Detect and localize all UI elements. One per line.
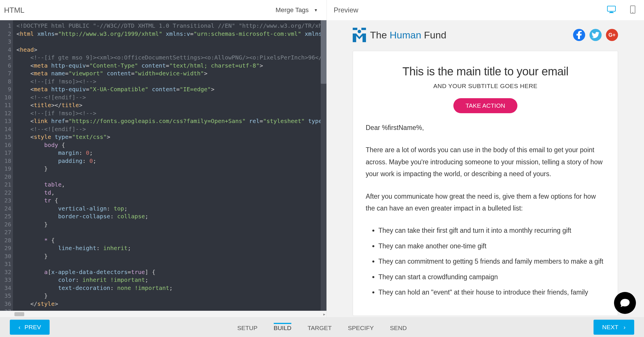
- editor-header: HTML Merge Tags ▼: [0, 0, 326, 20]
- preview-title: Preview: [334, 6, 358, 14]
- editor-panel: HTML Merge Tags ▼ 1234567891011121314151…: [0, 0, 327, 317]
- greeting: Dear %firstName%,: [366, 122, 605, 134]
- step-target[interactable]: TARGET: [308, 323, 332, 332]
- chat-icon: [620, 298, 630, 308]
- mobile-icon[interactable]: [630, 5, 635, 15]
- logo-icon: [353, 28, 366, 42]
- svg-rect-5: [353, 28, 357, 30]
- vertical-scrollbar[interactable]: [321, 20, 326, 311]
- facebook-icon[interactable]: [573, 29, 585, 41]
- bottom-nav: ‹PREV SETUPBUILDTARGETSPECIFYSEND NEXT›: [0, 317, 644, 337]
- list-item: They can make another one-time gift: [378, 240, 605, 252]
- editor-title: HTML: [4, 6, 25, 15]
- email-subtitle: AND YOUR SUBTITLE GOES HERE: [366, 83, 605, 90]
- chat-widget[interactable]: [614, 292, 636, 314]
- body-paragraph: After you communicate how great the need…: [366, 191, 605, 215]
- merge-tags-dropdown[interactable]: Merge Tags ▼: [276, 6, 318, 14]
- email-card: This is the main title to your email AND…: [353, 51, 618, 316]
- logo-text-highlight: Human: [390, 29, 421, 40]
- step-build[interactable]: BUILD: [274, 323, 292, 332]
- svg-rect-1: [610, 12, 613, 12]
- googleplus-icon[interactable]: G+: [606, 29, 618, 41]
- list-item: They can take their first gift and turn …: [378, 225, 605, 237]
- bullet-list: They can take their first gift and turn …: [366, 225, 605, 298]
- scrollbar-thumb[interactable]: [321, 20, 326, 84]
- code-body[interactable]: <!DOCTYPE html PUBLIC "-//W3C//DTD XHTML…: [13, 20, 326, 311]
- preview-panel: Preview: [327, 0, 644, 317]
- line-gutter: 1234567891011121314151617181920212223242…: [0, 20, 13, 311]
- step-nav: SETUPBUILDTARGETSPECIFYSEND: [237, 323, 407, 332]
- next-label: NEXT: [602, 324, 618, 331]
- svg-rect-9: [363, 33, 366, 42]
- svg-rect-0: [607, 6, 615, 11]
- cta-button[interactable]: TAKE ACTION: [453, 98, 517, 113]
- code-editor[interactable]: 1234567891011121314151617181920212223242…: [0, 20, 326, 311]
- step-specify[interactable]: SPECIFY: [348, 323, 374, 332]
- prev-button[interactable]: ‹PREV: [10, 320, 50, 335]
- preview-header: Preview: [327, 0, 644, 20]
- step-setup[interactable]: SETUP: [237, 323, 258, 332]
- scrollbar-thumb[interactable]: [14, 312, 24, 316]
- svg-rect-8: [353, 33, 356, 42]
- prev-label: PREV: [25, 324, 41, 331]
- logo-text-pre: The: [370, 29, 390, 40]
- desktop-icon[interactable]: [607, 6, 616, 14]
- email-title: This is the main title to your email: [366, 65, 605, 78]
- chevron-left-icon: ‹: [18, 324, 20, 331]
- step-send[interactable]: SEND: [390, 323, 407, 332]
- body-paragraph: There are a lot of words you can use in …: [366, 144, 605, 180]
- merge-tags-label: Merge Tags: [276, 6, 309, 14]
- svg-point-4: [632, 12, 633, 13]
- svg-rect-6: [361, 28, 366, 30]
- twitter-icon[interactable]: [589, 29, 602, 41]
- svg-point-7: [358, 30, 361, 33]
- chevron-right-icon: ›: [624, 324, 626, 331]
- list-item: They can start a crowdfunding campaign: [378, 271, 605, 283]
- svg-rect-2: [609, 12, 614, 13]
- next-button[interactable]: NEXT›: [594, 320, 634, 335]
- logo: The Human Fund: [353, 28, 446, 42]
- list-item: They can hold an "event" at their house …: [378, 286, 605, 298]
- horizontal-scrollbar[interactable]: ▸: [0, 311, 326, 317]
- logo-text-post: Fund: [421, 29, 446, 40]
- scroll-right-icon[interactable]: ▸: [323, 312, 325, 316]
- list-item: They can commitment to getting 5 friends…: [378, 256, 605, 267]
- preview-body: The Human Fund G+ This is the main title…: [327, 20, 644, 317]
- chevron-down-icon: ▼: [314, 8, 318, 12]
